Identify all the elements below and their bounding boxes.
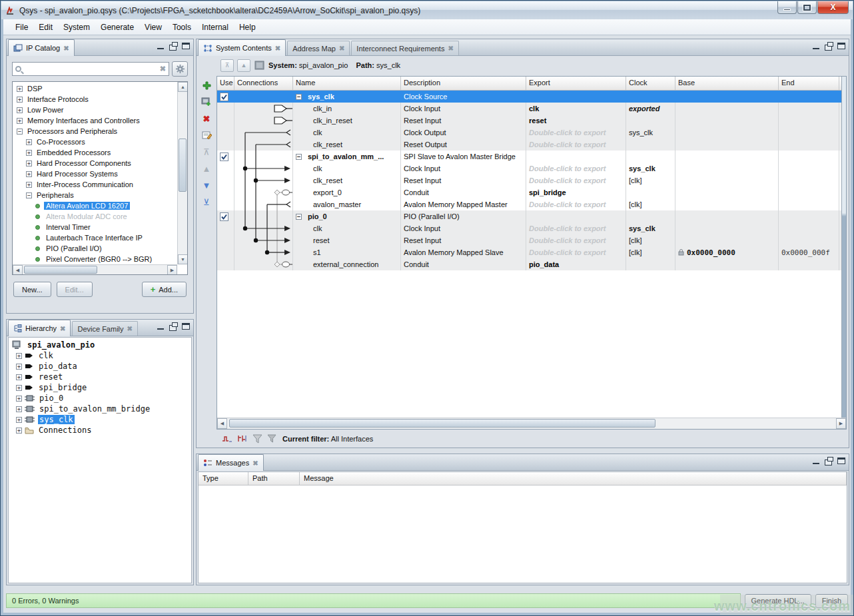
add-component-icon[interactable]	[201, 80, 213, 91]
export-value[interactable]: Double-click to export	[529, 141, 606, 149]
signal-filter-icon[interactable]	[237, 434, 248, 444]
component-row-pio-0[interactable]: −pio_0PIO (Parallel I/O)	[217, 210, 846, 222]
move-up-level-button[interactable]: ▲	[237, 59, 250, 72]
clock-cell[interactable]: sys_clk	[626, 127, 675, 139]
use-cell[interactable]	[217, 162, 234, 174]
tab-system-contents[interactable]: System Contents✖	[198, 39, 286, 56]
tab-device-family[interactable]: Device Family✖	[72, 321, 137, 336]
base-cell[interactable]	[675, 234, 779, 246]
filter-remove-icon[interactable]	[267, 434, 278, 444]
panel-float-icon[interactable]	[824, 457, 833, 465]
export-value[interactable]: spi_bridge	[529, 188, 566, 196]
catalog-settings-button[interactable]	[172, 61, 188, 77]
export-cell[interactable]	[526, 210, 626, 222]
expand-icon[interactable]: +	[16, 364, 22, 370]
name-cell[interactable]: clk_in_reset	[293, 115, 401, 127]
ip-tree-item-interval-timer[interactable]: Interval Timer	[13, 222, 177, 232]
connections-cell[interactable]	[234, 174, 293, 186]
table-vertical-scroll-strip[interactable]	[841, 77, 846, 418]
table-horizontal-scrollbar[interactable]: ◀ ▶	[217, 418, 846, 429]
menu-tools[interactable]: Tools	[167, 21, 197, 34]
port-row-clk-reset[interactable]: clk_resetReset InputDouble-click to expo…	[217, 174, 846, 186]
tab-close-icon[interactable]: ✖	[448, 45, 453, 52]
column-header-clock[interactable]: Clock	[626, 77, 675, 90]
ip-tree-vertical-scrollbar[interactable]: ▲ ▼	[177, 82, 187, 264]
clock-cell[interactable]: sys_clk	[626, 222, 675, 234]
connections-cell[interactable]	[234, 234, 293, 246]
edit-parameters-icon[interactable]	[201, 130, 213, 141]
port-row-export-0[interactable]: export_0Conduitspi_bridge	[217, 186, 846, 198]
clock-cell[interactable]	[626, 186, 675, 198]
scroll-left-icon[interactable]: ◀	[13, 265, 23, 275]
tab-close-icon[interactable]: ✖	[275, 45, 280, 52]
expand-icon[interactable]: +	[16, 428, 22, 434]
port-row-clk[interactable]: clkClock InputDouble-click to exportsys_…	[217, 222, 846, 234]
connections-cell[interactable]	[234, 115, 293, 127]
export-cell[interactable]	[526, 151, 626, 162]
connections-cell[interactable]	[234, 186, 293, 198]
tab-hierarchy[interactable]: Hierarchy✖	[8, 320, 71, 336]
tab-ip-catalog[interactable]: IP Catalog ✖	[8, 39, 75, 56]
panel-maximize-icon[interactable]	[181, 42, 191, 50]
clock-cell[interactable]: [clk]	[626, 198, 675, 210]
ip-tree-item-memory-interfaces-and-controllers[interactable]: +Memory Interfaces and Controllers	[13, 115, 177, 126]
export-cell[interactable]: Double-click to export	[526, 162, 626, 174]
clock-cell[interactable]	[626, 258, 675, 270]
ip-tree-item-altera-avalon-lcd-16207[interactable]: Altera Avalon LCD 16207	[13, 200, 177, 211]
clock-cell[interactable]: [clk]	[626, 246, 675, 258]
base-cell[interactable]	[675, 162, 779, 174]
port-row-avalon-master[interactable]: avalon_masterAvalon Memory Mapped Master…	[217, 198, 846, 210]
collapse-icon[interactable]: −	[17, 129, 23, 135]
use-cell[interactable]	[217, 198, 234, 210]
menu-system[interactable]: System	[58, 21, 95, 34]
expand-icon[interactable]: +	[16, 353, 22, 359]
use-checkbox[interactable]	[220, 153, 228, 161]
column-header-use[interactable]: Use	[217, 77, 234, 90]
connections-cell[interactable]	[234, 198, 293, 210]
use-cell[interactable]	[217, 186, 234, 198]
new-component-button[interactable]: New...	[13, 282, 51, 297]
use-cell[interactable]	[217, 258, 234, 270]
hierarchy-item-spi-bridge[interactable]: +spi_bridge	[11, 382, 191, 393]
tab-close-icon[interactable]: ✖	[127, 325, 133, 332]
use-cell[interactable]	[217, 127, 234, 139]
use-cell[interactable]	[217, 210, 234, 222]
port-row-clk[interactable]: clkClock OutputDouble-click to exportsys…	[217, 127, 846, 139]
connections-cell[interactable]	[234, 162, 293, 174]
connections-cell[interactable]	[234, 222, 293, 234]
panel-maximize-icon[interactable]	[837, 42, 846, 50]
move-to-top-level-button[interactable]: ⊼	[220, 59, 234, 72]
base-cell[interactable]	[675, 222, 779, 234]
base-cell[interactable]	[675, 115, 779, 127]
clock-cell[interactable]	[626, 115, 675, 127]
base-cell[interactable]	[675, 174, 779, 186]
collapse-icon[interactable]: −	[296, 154, 302, 160]
export-cell[interactable]: Double-click to export	[526, 174, 626, 186]
connections-cell[interactable]	[234, 258, 293, 270]
move-down-icon[interactable]: ▼	[201, 180, 213, 190]
clock-cell[interactable]	[626, 139, 675, 151]
remove-component-icon[interactable]: ✖	[201, 113, 213, 124]
base-cell[interactable]	[675, 127, 779, 139]
port-row-s1[interactable]: s1Avalon Memory Mapped SlaveDouble-click…	[217, 246, 846, 258]
port-row-clk[interactable]: clkClock InputDouble-click to exportsys_…	[217, 162, 846, 174]
expand-icon[interactable]: +	[17, 86, 23, 92]
tab-close-icon[interactable]: ✖	[60, 325, 65, 332]
ip-tree-item-embedded-processors[interactable]: +Embedded Processors	[13, 147, 177, 158]
component-row-sys-clk[interactable]: −sys_clkClock Source	[217, 91, 846, 103]
add-component-button[interactable]: +Add...	[142, 282, 187, 297]
name-cell[interactable]: clk	[293, 222, 401, 234]
port-row-reset[interactable]: resetReset InputDouble-click to export[c…	[217, 234, 846, 246]
name-cell[interactable]: avalon_master	[293, 198, 401, 210]
tab-close-icon[interactable]: ✖	[252, 460, 258, 467]
title-bar[interactable]: Qsys - spi_avalon_pio.qsys (C:\Projects\…	[1, 1, 853, 19]
move-to-bottom-icon[interactable]: ⊻	[201, 196, 213, 207]
collapse-icon[interactable]: −	[26, 192, 32, 198]
panel-maximize-icon[interactable]	[837, 457, 846, 465]
panel-float-icon[interactable]	[824, 42, 833, 50]
clock-cell[interactable]	[626, 210, 675, 222]
expand-icon[interactable]: +	[16, 385, 22, 391]
export-value[interactable]: Double-click to export	[529, 200, 606, 208]
name-cell[interactable]: −sys_clk	[293, 91, 401, 103]
column-header-connections[interactable]: Connections	[234, 77, 293, 90]
